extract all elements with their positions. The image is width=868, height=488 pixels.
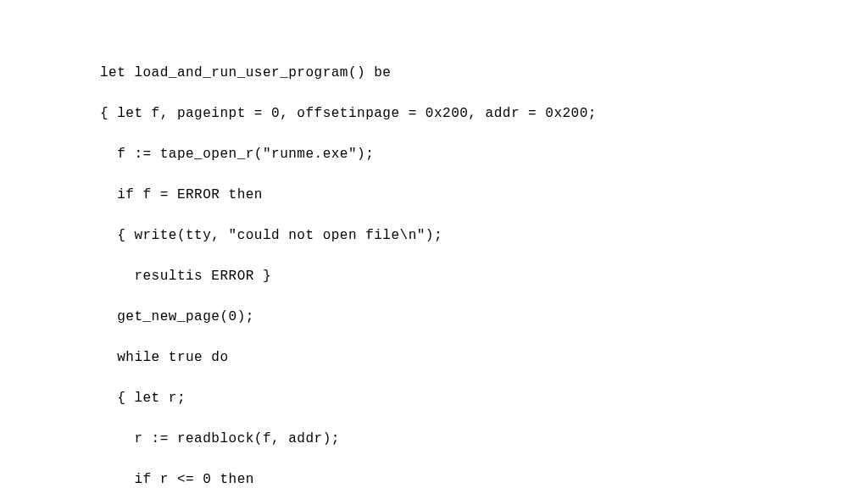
code-line: if r <= 0 then [100,469,868,488]
code-line: { let r; [100,388,868,408]
code-line: if f = ERROR then [100,185,868,205]
code-line: { let f, pageinpt = 0, offsetinpage = 0x… [100,103,868,124]
code-line: f := tape_open_r("runme.exe"); [100,144,868,164]
code-line: resultis ERROR } [100,266,868,286]
code-line: while true do [100,347,868,368]
code-line: let load_and_run_user_program() be [100,63,868,83]
code-block: let load_and_run_user_program() be { let… [0,0,868,488]
code-line: { write(tty, "could not open file\n"); [100,225,868,246]
code-line: r := readblock(f, addr); [100,429,868,449]
code-line: get_new_page(0); [100,307,868,327]
